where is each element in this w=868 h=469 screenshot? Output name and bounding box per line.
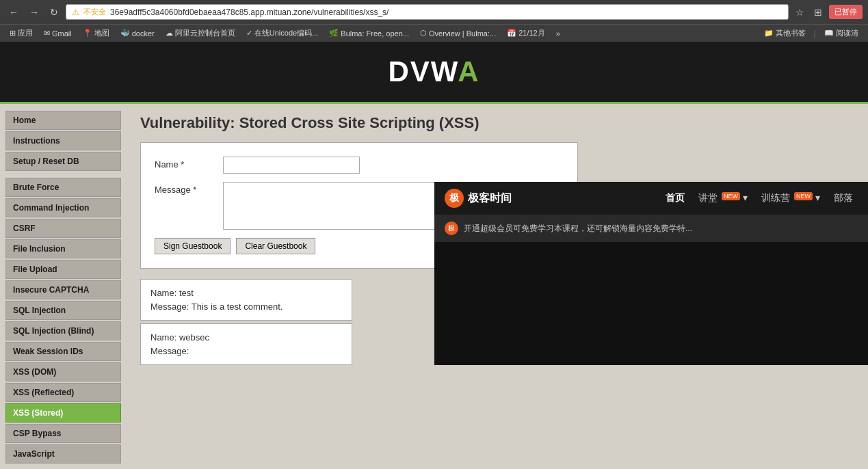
sidebar-item-instructions[interactable]: Instructions <box>5 131 121 150</box>
sidebar-item-file-inclusion[interactable]: File Inclusion <box>5 239 121 258</box>
sidebar-item-javascript[interactable]: JavaScript <box>5 444 121 464</box>
sidebar-item-xss-dom[interactable]: XSS (DOM) <box>5 362 121 381</box>
popup-nav-training[interactable]: 训练营 NEW ▾ <box>761 192 820 204</box>
sidebar: Home Instructions Setup / Reset DB Brute… <box>0 104 127 469</box>
sidebar-item-weak-session-ids[interactable]: Weak Session IDs <box>5 342 121 361</box>
popup-nav: 首页 讲堂 NEW ▾ 训练营 NEW ▾ 部落 <box>520 192 868 204</box>
sidebar-item-home[interactable]: Home <box>5 111 121 130</box>
dvwa-logo-a: A <box>458 55 479 88</box>
bookmark-star-button[interactable]: ☆ <box>793 5 807 19</box>
popup-nav-training-arrow: ▾ <box>815 192 820 203</box>
popup-nav-home[interactable]: 首页 <box>666 192 685 204</box>
sidebar-item-sql-injection-blind[interactable]: SQL Injection (Blind) <box>5 321 121 340</box>
bookmark-aliyun[interactable]: ☁ 阿里云控制台首页 <box>161 27 239 40</box>
popup-logo-icon: 极 <box>445 189 464 208</box>
comment-entry-2: Name: websec Message: <box>140 323 352 365</box>
bookmarks-separator: | <box>814 28 816 38</box>
sidebar-item-file-upload[interactable]: File Upload <box>5 260 121 279</box>
popup-promo-icon: 极 <box>445 222 458 235</box>
popup-nav-class-arrow: ▾ <box>743 192 748 203</box>
popup-nav-class[interactable]: 讲堂 NEW ▾ <box>698 192 748 204</box>
popup-logo: 极 极客时间 <box>445 189 512 208</box>
comment-2-message: Message: <box>150 345 342 358</box>
warning-label: 不安全 <box>83 7 106 17</box>
browser-toolbar: ← → ↻ ⚠ 不安全 36e9adff5c3a4060bfd0ebaeaa47… <box>0 0 868 24</box>
dvwa-header: DVWA <box>0 42 868 104</box>
security-warning-icon: ⚠ <box>72 8 79 17</box>
bookmark-bulma1[interactable]: 🌿 Bulma: Free, open... <box>325 27 413 39</box>
sidebar-gap-2 <box>5 465 121 469</box>
reload-button[interactable]: ↻ <box>47 5 62 19</box>
comment-entry-1: Name: test Message: This is a test comme… <box>140 279 352 321</box>
popup-nav-training-badge: NEW <box>794 192 813 200</box>
profile-button[interactable]: 已暂停 <box>829 5 863 19</box>
name-label: Name * <box>155 157 216 170</box>
dvwa-logo-text: DVW <box>388 55 458 88</box>
back-button[interactable]: ← <box>5 5 22 19</box>
bookmark-apps[interactable]: ⊞ 应用 <box>5 27 37 40</box>
page-wrapper: DVWA Home Instructions Setup / Reset DB … <box>0 42 868 469</box>
more-bookmarks-button[interactable]: » <box>552 28 564 39</box>
address-bar[interactable]: ⚠ 不安全 36e9adff5c3a4060bfd0ebaeaa478c85.a… <box>66 4 789 20</box>
sidebar-item-sql-injection[interactable]: SQL Injection <box>5 301 121 320</box>
content-area: Vulnerability: Stored Cross Site Scripti… <box>127 104 868 469</box>
sidebar-item-insecure-captcha[interactable]: Insecure CAPTCHA <box>5 280 121 299</box>
sidebar-item-csrf[interactable]: CSRF <box>5 219 121 238</box>
popup-promo-text: 开通超级会员可免费学习本课程，还可解锁海量内容免费学特... <box>464 223 692 234</box>
browser-chrome: ← → ↻ ⚠ 不安全 36e9adff5c3a4060bfd0ebaeaa47… <box>0 0 868 42</box>
url-text: 36e9adff5c3a4060bfd0ebaeaa478c85.app.mit… <box>110 8 389 17</box>
sidebar-item-xss-reflected[interactable]: XSS (Reflected) <box>5 383 121 402</box>
comment-1-name: Name: test <box>150 286 342 300</box>
popup-nav-blog[interactable]: 部落 <box>834 192 853 204</box>
popup-promo: 极 开通超级会员可免费学习本课程，还可解锁海量内容免费学特... <box>434 215 868 242</box>
bookmark-bulma2[interactable]: ⬡ Overview | Bulma:... <box>416 27 500 39</box>
dvwa-logo: DVWA <box>14 55 854 88</box>
sidebar-item-csp-bypass[interactable]: CSP Bypass <box>5 424 121 443</box>
popup-nav-class-badge: NEW <box>722 192 740 200</box>
extensions-button[interactable]: ⊞ <box>811 5 825 19</box>
bookmark-maps[interactable]: 📍 地图 <box>79 27 114 40</box>
sidebar-item-command-injection[interactable]: Command Injection <box>5 198 121 217</box>
sidebar-item-xss-stored[interactable]: XSS (Stored) <box>5 403 121 423</box>
sidebar-item-brute-force[interactable]: Brute Force <box>5 178 121 197</box>
message-label: Message * <box>155 182 216 195</box>
page-title: Vulnerability: Stored Cross Site Scripti… <box>140 114 854 132</box>
bookmark-reader[interactable]: 📖 阅读清 <box>820 27 863 40</box>
bookmark-date[interactable]: 📅 21/12月 <box>503 27 549 40</box>
browser-actions: ☆ ⊞ 已暂停 <box>793 5 863 19</box>
content-wrapper: Vulnerability: Stored Cross Site Scripti… <box>140 114 854 365</box>
forward-button[interactable]: → <box>26 5 42 19</box>
sign-guestbook-button[interactable]: Sign Guestbook <box>155 238 231 254</box>
main-layout: Home Instructions Setup / Reset DB Brute… <box>0 104 868 469</box>
name-input[interactable] <box>223 157 360 174</box>
clear-guestbook-button[interactable]: Clear Guestbook <box>236 238 315 254</box>
bookmark-other[interactable]: 📁 其他书签 <box>760 27 810 40</box>
comment-1-message: Message: This is a test comment. <box>150 300 342 314</box>
comment-2-name: Name: websec <box>150 331 342 345</box>
name-row: Name * <box>155 157 564 174</box>
sidebar-gap-1 <box>5 172 121 178</box>
popup-header: 极 极客时间 首页 讲堂 NEW ▾ 训练营 <box>434 182 868 215</box>
bookmark-gmail[interactable]: ✉ Gmail <box>40 27 76 39</box>
bookmark-docker[interactable]: 🐳 docker <box>116 27 159 39</box>
popup-logo-text: 极客时间 <box>468 191 512 206</box>
message-textarea[interactable] <box>223 182 469 230</box>
sidebar-item-setup-reset-db[interactable]: Setup / Reset DB <box>5 152 121 171</box>
bookmarks-bar: ⊞ 应用 ✉ Gmail 📍 地图 🐳 docker ☁ 阿里云控制台首页 ✓ … <box>0 24 868 42</box>
bookmark-unicode[interactable]: ✓ 在线Unicode编码... <box>242 27 323 40</box>
popup-overlay: 极 极客时间 首页 讲堂 NEW ▾ 训练营 <box>434 182 868 365</box>
popup-content-area <box>434 242 868 365</box>
